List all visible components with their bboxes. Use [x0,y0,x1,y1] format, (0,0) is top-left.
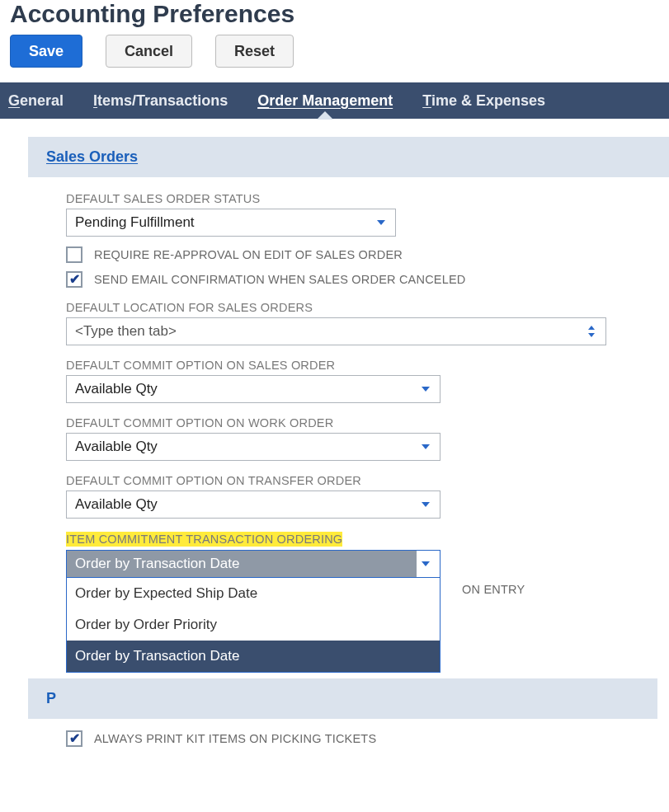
label-require-reapproval: REQUIRE RE-APPROVAL ON EDIT OF SALES ORD… [94,248,403,261]
label-always-print-kit: ALWAYS PRINT KIT ITEMS ON PICKING TICKET… [94,732,376,745]
checkbox-email-on-cancel[interactable] [66,271,82,288]
chevron-down-icon [375,218,387,227]
chevron-down-icon [420,443,431,451]
select-value: Available Qty [75,381,158,397]
svg-marker-2 [588,333,595,337]
select-item-commit-ordering[interactable]: Order by Transaction Date [66,550,441,578]
section-header-partial: P [28,678,657,719]
svg-marker-4 [422,444,430,449]
chevron-down-icon [420,560,431,568]
action-button-row: Save Cancel Reset [0,31,669,82]
chevron-down-icon [420,385,431,393]
label-item-commit-ordering: ITEM COMMITMENT TRANSACTION ORDERING [66,532,342,547]
select-commit-work[interactable]: Available Qty [66,433,441,461]
label-email-on-cancel: SEND EMAIL CONFIRMATION WHEN SALES ORDER… [94,273,466,286]
save-button[interactable]: Save [10,35,82,68]
label-commit-sales: DEFAULT COMMIT OPTION ON SALES ORDER [66,359,657,372]
page-title: Accounting Preferences [0,0,669,31]
dropdown-option-selected[interactable]: Order by Transaction Date [67,641,440,672]
tab-time-expenses[interactable]: Time & Expenses [422,92,545,110]
select-commit-transfer[interactable]: Available Qty [66,490,441,519]
label-commit-work: DEFAULT COMMIT OPTION ON WORK ORDER [66,416,657,429]
select-commit-sales[interactable]: Available Qty [66,375,441,403]
label-default-sales-order-status: DEFAULT SALES ORDER STATUS [66,192,657,205]
label-default-location: DEFAULT LOCATION FOR SALES ORDERS [66,301,657,314]
tabs-bar: General Items/Transactions Order Managem… [0,82,669,119]
input-default-location[interactable]: <Type then tab> [66,317,606,345]
select-value: Available Qty [75,496,158,513]
svg-marker-0 [377,220,385,225]
svg-marker-5 [422,502,430,507]
checkbox-always-print-kit[interactable] [66,730,82,747]
label-commit-transfer: DEFAULT COMMIT OPTION ON TRANSFER ORDER [66,474,657,487]
dropdown-option[interactable]: Order by Expected Ship Date [67,578,440,609]
checkbox-require-reapproval[interactable] [66,246,82,263]
select-value: Order by Transaction Date [67,551,417,577]
dropdown-panel-item-commit-ordering: Order by Expected Ship Date Order by Ord… [66,578,441,673]
reset-button[interactable]: Reset [215,35,294,68]
tab-general[interactable]: General [8,92,64,110]
tab-items-transactions[interactable]: Items/Transactions [93,92,228,110]
double-chevron-icon [586,325,597,338]
dropdown-option[interactable]: Order by Order Priority [67,609,440,641]
select-value: Available Qty [75,439,158,455]
section-header-sales-orders: Sales Orders [28,137,669,177]
svg-marker-3 [422,387,430,392]
svg-marker-6 [422,561,430,566]
tab-order-management[interactable]: Order Management [257,92,393,110]
select-value: Pending Fulfillment [75,214,195,231]
obscured-label-fragment: ON ENTRY [462,583,525,596]
svg-marker-1 [588,326,595,330]
input-placeholder: <Type then tab> [75,323,177,340]
chevron-down-icon [420,500,431,509]
cancel-button[interactable]: Cancel [106,35,192,68]
select-default-sales-order-status[interactable]: Pending Fulfillment [66,209,396,237]
